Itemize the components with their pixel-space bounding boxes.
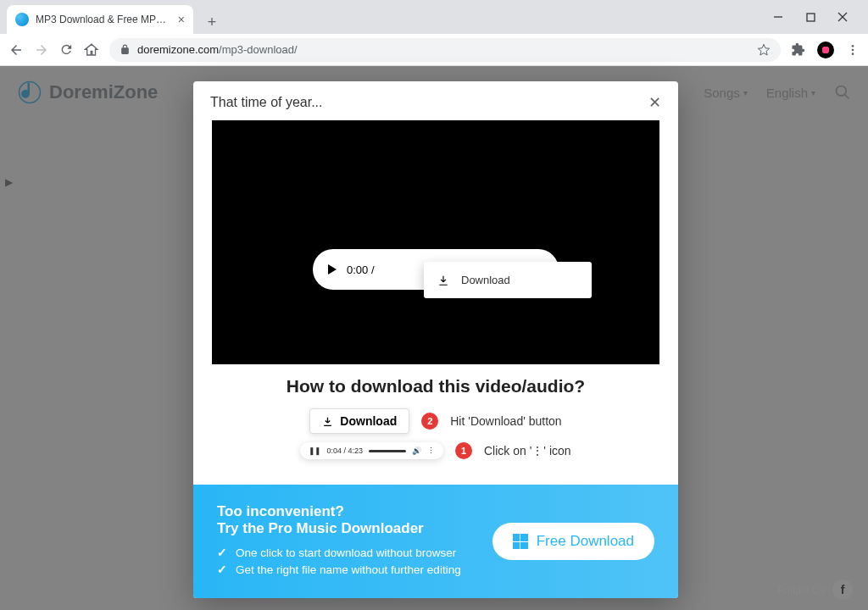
progress-bar [369, 450, 406, 452]
browser-tab-strip: MP3 Download & Free MP3 Mus × + [0, 0, 868, 34]
howto-title: How to download this video/audio? [212, 376, 659, 396]
step-1-text: Click on '⋮' icon [484, 444, 571, 458]
modal-close-button[interactable]: ✕ [648, 93, 661, 112]
video-preview: 0:00 / Download [212, 120, 659, 364]
step-badge-2: 2 [421, 413, 438, 430]
check-icon: ✓ [217, 563, 227, 576]
step-row-2: Download 2 Hit 'Download' button [212, 408, 659, 434]
free-download-button[interactable]: Free Download [492, 523, 654, 560]
reload-button[interactable] [59, 42, 74, 57]
mini-player-demo: ❚❚ 0:04 / 4:23 🔊 ⋮ [300, 442, 443, 459]
download-arrow-icon [322, 416, 333, 427]
home-button[interactable] [84, 42, 99, 58]
new-tab-button[interactable]: + [200, 10, 224, 34]
download-demo-button: Download [309, 408, 409, 434]
maximize-icon[interactable] [802, 8, 819, 25]
svg-point-5 [852, 48, 854, 51]
modal-title: That time of year... [210, 95, 323, 110]
mini-player-time: 0:04 / 4:23 [326, 446, 363, 455]
check-icon: ✓ [217, 546, 227, 559]
svg-rect-1 [807, 14, 815, 21]
svg-point-4 [852, 45, 854, 47]
modal-header: That time of year... ✕ [193, 81, 678, 120]
extension-icons [791, 42, 860, 58]
step-row-1: ❚❚ 0:04 / 4:23 🔊 ⋮ 1 Click on '⋮' icon [212, 442, 659, 459]
page-viewport: DoremiZone Songs▾ English▾ ▶ That time o… [0, 66, 868, 610]
howto-section: How to download this video/audio? Downlo… [193, 376, 678, 485]
step-2-text: Hit 'Download' button [450, 414, 561, 428]
promo-banner: Too inconvenient? Try the Pro Music Down… [193, 485, 678, 598]
browser-toolbar: doremizone.com/mp3-download/ [0, 34, 868, 66]
browser-tab[interactable]: MP3 Download & Free MP3 Mus × [7, 5, 193, 34]
kebab-icon: ⋮ [427, 446, 435, 455]
download-modal: That time of year... ✕ 0:00 / Download H… [193, 81, 678, 598]
bookmark-star-icon[interactable] [757, 43, 771, 57]
facebook-icon[interactable]: f [832, 580, 853, 600]
back-button[interactable] [8, 42, 24, 58]
profile-avatar-icon[interactable] [817, 42, 834, 58]
address-bar[interactable]: doremizone.com/mp3-download/ [109, 38, 781, 62]
favicon-icon [15, 13, 29, 26]
follow-label: Follow Us [777, 584, 826, 596]
download-context-menu[interactable]: Download [424, 262, 592, 298]
minimize-icon[interactable] [770, 8, 787, 25]
kebab-menu-icon[interactable] [846, 43, 860, 57]
free-download-label: Free Download [537, 533, 634, 550]
forward-button[interactable] [34, 42, 49, 58]
tab-close-icon[interactable]: × [178, 13, 185, 26]
lock-icon [120, 44, 131, 55]
follow-us: Follow Us f [777, 580, 853, 600]
download-arrow-icon [437, 274, 449, 286]
step-badge-1: 1 [455, 442, 472, 459]
tab-title: MP3 Download & Free MP3 Mus [36, 14, 171, 25]
extensions-icon[interactable] [791, 42, 805, 57]
play-icon[interactable] [328, 264, 337, 274]
url-text: doremizone.com/mp3-download/ [137, 43, 298, 56]
windows-icon [513, 534, 528, 549]
promo-heading-1: Too inconvenient? [217, 503, 492, 520]
pause-icon: ❚❚ [309, 446, 320, 455]
promo-text: Too inconvenient? Try the Pro Music Down… [217, 503, 492, 580]
download-menu-label: Download [461, 274, 510, 286]
svg-point-6 [852, 53, 854, 55]
promo-bullet-2: ✓Get the right file name without further… [217, 563, 492, 576]
volume-icon: 🔊 [412, 446, 421, 455]
promo-bullet-1: ✓One click to start download without bro… [217, 546, 492, 559]
promo-heading-2: Try the Pro Music Downloader [217, 520, 492, 537]
player-time: 0:00 / [347, 263, 375, 276]
close-window-icon[interactable] [834, 8, 851, 25]
window-controls [770, 8, 861, 25]
